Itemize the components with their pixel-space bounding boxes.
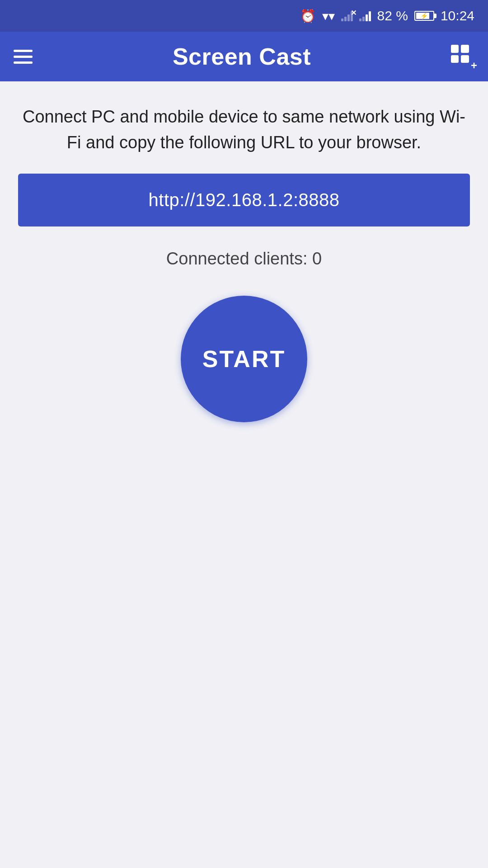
hamburger-line-2: [14, 56, 33, 58]
url-text: http://192.168.1.2:8888: [149, 190, 340, 210]
app-bar: Screen Cast +: [0, 32, 488, 81]
add-widget-button[interactable]: +: [451, 45, 474, 68]
battery-charging-icon: ⚡: [420, 12, 428, 19]
wifi-icon: ▾▾: [322, 9, 335, 24]
hamburger-line-3: [14, 61, 33, 64]
instruction-text: Connect PC and mobile device to same net…: [18, 104, 470, 156]
connected-clients-label: Connected clients: 0: [166, 249, 322, 269]
hamburger-line-1: [14, 50, 33, 52]
main-content: Connect PC and mobile device to same net…: [0, 81, 488, 868]
plus-icon: +: [471, 60, 477, 71]
no-signal-icon: [341, 10, 353, 21]
grid-icon: [451, 45, 469, 63]
url-box[interactable]: http://192.168.1.2:8888: [18, 174, 470, 226]
alarm-icon: ⏰: [300, 9, 316, 24]
signal-icon: [359, 10, 371, 21]
start-button-label: START: [202, 345, 286, 373]
start-button[interactable]: START: [181, 296, 307, 422]
battery-icon: ⚡: [414, 11, 434, 21]
menu-button[interactable]: [14, 50, 33, 64]
status-bar: ⏰ ▾▾ 82 % ⚡ 10:24: [0, 0, 488, 32]
battery-percent-text: 82 %: [377, 8, 408, 24]
page-title: Screen Cast: [173, 43, 311, 70]
status-icons: ⏰ ▾▾ 82 % ⚡ 10:24: [300, 8, 474, 24]
clock-text: 10:24: [441, 8, 474, 24]
